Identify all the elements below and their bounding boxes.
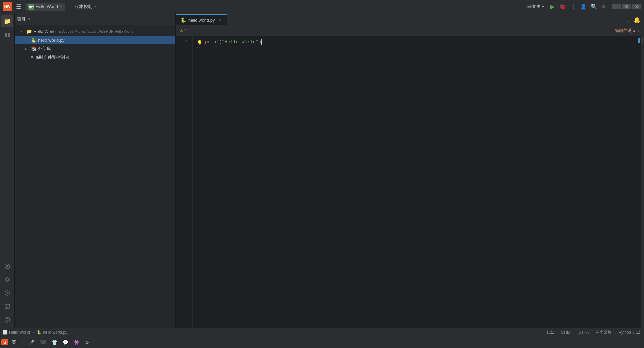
tab-python-icon: 🐍	[180, 17, 186, 23]
user-button[interactable]: 👤	[579, 2, 588, 11]
status-file-label: hello world.py	[43, 330, 67, 335]
sidebar-header-arrow[interactable]: ▼	[28, 17, 31, 21]
hamburger-icon[interactable]: ☰	[15, 2, 23, 12]
scrollbar-thumb[interactable]	[641, 37, 643, 44]
warning-count: 1	[185, 28, 187, 33]
titlebar-right: 当前文件 ▼ ▶ 🐞 ⋮ 👤 🔍 ⚙ — ⧉ ✕	[522, 2, 641, 11]
svg-rect-0	[5, 33, 7, 35]
app-logo: HW	[3, 2, 12, 11]
window-controls: — ⧉ ✕	[612, 4, 641, 9]
tree-expand-arrow: ▶	[25, 47, 30, 51]
breadcrumb-up-arrow[interactable]: ∧	[633, 28, 636, 33]
activity-layers-icon[interactable]	[1, 274, 13, 286]
ime-logo[interactable]: S	[1, 339, 8, 345]
status-position[interactable]: 1:21	[545, 330, 555, 335]
code-area[interactable]: 💡 print ( "Hello World" )	[193, 36, 636, 328]
code-string-hello-world: "Hello World"	[222, 39, 258, 45]
scratch-icon: ≡	[31, 55, 33, 60]
line-numbers: 1	[176, 36, 193, 328]
editor-area: 🐍 hello world.py ✕ ⋮ 🔔 ⚠ 1 编辑代码 ∧ ∨	[176, 13, 644, 328]
debug-button[interactable]: 🐞	[558, 3, 568, 10]
editor-content: 1 💡 print ( "Hello World" )	[176, 36, 644, 328]
activity-terminal-icon[interactable]	[1, 300, 13, 312]
svg-point-5	[6, 265, 8, 267]
status-breadcrumb-arrow: ›	[33, 330, 34, 335]
tree-file-label: hello world.py	[38, 38, 65, 43]
project-title-label: Hello World	[36, 4, 58, 9]
ime-lang-button[interactable]: 英	[10, 338, 18, 347]
activity-components-icon[interactable]	[1, 29, 13, 41]
tree-item-hello-world[interactable]: ▼ 📁 Hello World E:\Codes\Python Study Wi…	[15, 27, 175, 36]
status-right: 1:21 CRLF UTF-8 4 个空格 Python 3.12	[545, 329, 641, 335]
sidebar-content: ▼ 📁 Hello World E:\Codes\Python Study Wi…	[15, 25, 175, 328]
activity-info-icon[interactable]	[1, 314, 13, 326]
search-button[interactable]: 🔍	[590, 2, 598, 11]
ime-mic-button[interactable]: 🎤	[26, 338, 36, 346]
line-number-1: 1	[176, 38, 192, 46]
svg-rect-8	[5, 304, 10, 308]
status-line-ending[interactable]: CRLF	[560, 330, 573, 335]
code-keyword-print: print	[205, 39, 219, 45]
main-layout: 📁	[0, 13, 644, 328]
status-project-name[interactable]: ⬜ Hello World	[3, 330, 30, 335]
tab-more-button[interactable]: ⋮	[624, 16, 631, 24]
activity-bottom	[1, 260, 13, 326]
tree-folder-label: Hello World	[33, 29, 56, 34]
status-left: ⬜ Hello World › 🐍 hello world.py	[3, 330, 67, 335]
ime-chat-button[interactable]: 💬	[61, 338, 70, 346]
ime-game-button[interactable]: 👾	[72, 338, 82, 346]
version-control-label: 版本控制	[75, 4, 92, 10]
code-close-paren: )	[259, 39, 261, 45]
hint-bulb-icon[interactable]: 💡	[197, 40, 202, 46]
editor-breadcrumb-label: 编辑代码 ∧ ∨	[615, 28, 640, 34]
svg-point-12	[7, 318, 8, 319]
tree-item-external-libraries[interactable]: ▶ 📚 外部库	[15, 44, 175, 53]
current-file-label: 当前文件	[524, 4, 540, 9]
folder-icon: 📁	[26, 28, 32, 34]
status-file-icon: 🐍	[37, 330, 42, 335]
activity-folder-icon[interactable]: 📁	[1, 15, 13, 27]
maximize-button[interactable]: ⧉	[622, 4, 631, 9]
editor-tab-hello-world-py[interactable]: 🐍 hello world.py ✕	[176, 14, 227, 25]
sidebar-header-title: 项目	[17, 16, 25, 22]
inspection-badge: ⚠ 1	[180, 28, 187, 33]
settings-button[interactable]: ⚙	[600, 2, 607, 11]
tree-item-scratch[interactable]: ≡ 临时文件和控制台	[15, 53, 175, 62]
project-title-group[interactable]: HW Hello World ▼	[25, 3, 65, 11]
sidebar-header: 项目 ▼	[15, 13, 175, 25]
warning-icon: ⚠	[180, 28, 183, 33]
current-file-arrow: ▼	[541, 5, 545, 8]
status-encoding[interactable]: UTF-8	[577, 330, 591, 335]
svg-rect-1	[8, 33, 10, 35]
right-scrollbar[interactable]	[641, 36, 644, 328]
close-button[interactable]: ✕	[632, 4, 641, 9]
tab-filename: hello world.py	[188, 18, 215, 23]
minimize-button[interactable]: —	[612, 4, 621, 9]
status-indent[interactable]: 4 个空格	[595, 329, 613, 335]
breadcrumb-text: 编辑代码	[615, 28, 631, 34]
project-icon: HW	[28, 4, 34, 10]
tab-actions: ⋮ 🔔	[621, 14, 644, 25]
tab-close-button[interactable]: ✕	[217, 17, 222, 23]
breadcrumb-down-arrow[interactable]: ∨	[637, 28, 640, 33]
titlebar-more-button[interactable]: ⋮	[570, 2, 577, 11]
tree-item-hello-world-py[interactable]: 🐍 hello world.py	[15, 36, 175, 44]
activity-run-icon[interactable]	[1, 287, 13, 299]
library-icon: 📚	[31, 46, 37, 51]
status-language[interactable]: Python 3.12	[617, 330, 641, 335]
activity-plugin-icon[interactable]	[1, 260, 13, 272]
run-button[interactable]: ▶	[549, 2, 556, 11]
editor-tabs: 🐍 hello world.py ✕ ⋮ 🔔	[176, 13, 644, 25]
version-control-button[interactable]: ⑂ 版本控制 ▼	[68, 3, 100, 11]
ime-settings-button[interactable]: ⚙	[83, 338, 91, 346]
code-line-1: 💡 print ( "Hello World" )	[197, 38, 632, 46]
scroll-indicator	[638, 38, 640, 43]
tab-bell-button[interactable]: 🔔	[633, 16, 641, 24]
current-file-button[interactable]: 当前文件 ▼	[522, 3, 547, 10]
git-icon: ⑂	[71, 4, 73, 9]
ime-keyboard-button[interactable]: ⌨	[38, 338, 48, 346]
code-cursor	[261, 39, 262, 45]
ime-skin1-button[interactable]: 👕	[50, 338, 59, 346]
ime-dot-button[interactable]: ·	[20, 338, 25, 346]
tree-library-label: 外部库	[38, 46, 51, 52]
